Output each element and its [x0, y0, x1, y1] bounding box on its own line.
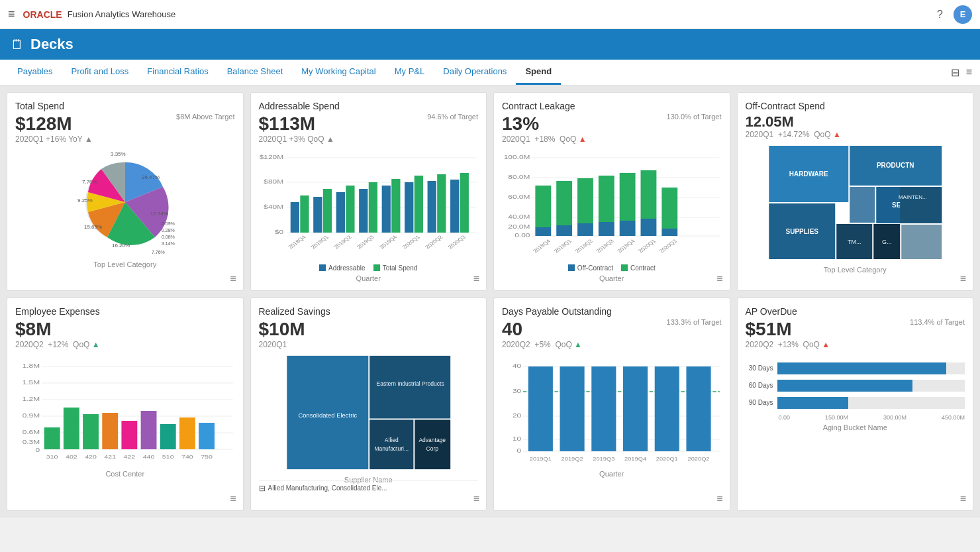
svg-rect-30	[381, 186, 390, 233]
svg-text:40: 40	[513, 362, 521, 368]
svg-rect-27	[346, 186, 354, 233]
svg-text:1.2M: 1.2M	[23, 395, 40, 402]
days-payable-footer[interactable]: ≡	[716, 493, 722, 505]
contract-leakage-target: 130.0% of Target	[667, 113, 722, 121]
total-spend-pie: 26.47% 17.74% 16.20% 15.65% 9.25% 7.76% …	[15, 149, 235, 255]
svg-text:0: 0	[517, 447, 522, 453]
svg-rect-64	[599, 176, 614, 222]
svg-text:40.0M: 40.0M	[508, 213, 530, 219]
employee-expenses-axis: Cost Center	[15, 470, 235, 478]
svg-text:1.8M: 1.8M	[23, 362, 40, 368]
svg-text:2020Q2: 2020Q2	[424, 235, 444, 250]
svg-text:2020Q1: 2020Q1	[637, 239, 658, 254]
ap-overdue-axis: Aging Bucket Name	[746, 423, 965, 431]
hamburger-icon[interactable]: ≡	[966, 66, 972, 78]
svg-text:0.6M: 0.6M	[23, 428, 40, 435]
addressable-legend: Addressable Total Spend	[259, 264, 479, 272]
svg-text:Consolidated Electric: Consolidated Electric	[298, 411, 357, 418]
svg-rect-132	[415, 419, 450, 469]
hbar-60days-label: 60 Days	[746, 382, 773, 389]
ap-x-300: 300.00M	[883, 414, 906, 421]
svg-rect-67	[641, 219, 657, 236]
employee-expenses-footer[interactable]: ≡	[230, 493, 236, 505]
svg-text:2019Q3: 2019Q3	[595, 239, 616, 254]
off-contract-sub: 2020Q1 +14.72% QoQ ▲	[746, 130, 965, 139]
tab-spend[interactable]: Spend	[516, 60, 561, 85]
hbar-90days-fill	[777, 397, 849, 409]
off-contract-footer[interactable]: ≡	[960, 273, 966, 285]
svg-text:1.5M: 1.5M	[23, 378, 40, 385]
addressable-legend-label1: Addressable	[328, 264, 366, 272]
total-spend-title: Total Spend	[15, 101, 235, 111]
svg-rect-69	[662, 229, 677, 236]
addressable-spend-title: Addressable Spend	[259, 101, 479, 111]
days-payable-title: Days Payable Outstanding	[502, 306, 722, 317]
svg-text:20.0M: 20.0M	[508, 223, 530, 229]
ap-x-450: 450.00M	[942, 414, 965, 421]
svg-rect-57	[535, 227, 551, 236]
svg-rect-63	[599, 222, 614, 236]
filter-icon[interactable]: ⊟	[951, 66, 959, 79]
svg-rect-61	[577, 223, 593, 236]
svg-text:2019Q3: 2019Q3	[355, 235, 375, 250]
svg-text:7.76%: 7.76%	[152, 250, 165, 254]
ap-overdue-footer[interactable]: ≡	[960, 493, 966, 505]
svg-text:402: 402	[66, 453, 77, 459]
tab-payables[interactable]: Payables	[8, 60, 62, 85]
page-title: Decks	[30, 36, 74, 53]
user-avatar[interactable]: E	[954, 5, 972, 24]
contract-leakage-legend2: Contract	[630, 264, 656, 272]
svg-rect-148	[591, 366, 616, 451]
svg-rect-129	[369, 419, 413, 469]
off-contract-value: 12.05M	[746, 114, 965, 130]
contract-leakage-footer[interactable]: ≡	[716, 273, 722, 285]
svg-text:100.0M: 100.0M	[504, 153, 530, 160]
ap-x-150: 150.00M	[825, 414, 848, 421]
tab-financial-ratios[interactable]: Financial Ratios	[138, 60, 218, 85]
svg-rect-62	[577, 178, 593, 223]
days-payable-target: 133.3% of Target	[667, 318, 722, 326]
svg-text:2019Q4: 2019Q4	[616, 239, 636, 254]
svg-text:3.14%: 3.14%	[162, 241, 175, 246]
total-spend-footer[interactable]: ≡	[230, 273, 236, 285]
tab-profit-loss[interactable]: Profit and Loss	[62, 60, 138, 85]
svg-text:17.74%: 17.74%	[150, 211, 168, 217]
svg-text:Advantage: Advantage	[418, 437, 446, 443]
svg-rect-37	[460, 173, 468, 233]
svg-text:G...: G...	[881, 239, 891, 245]
svg-rect-35	[437, 174, 446, 233]
svg-rect-28	[359, 189, 368, 233]
help-icon[interactable]: ?	[937, 9, 943, 21]
addressable-spend-footer[interactable]: ≡	[473, 273, 479, 285]
employee-expenses-title: Employee Expenses	[15, 306, 235, 317]
svg-text:16.20%: 16.20%	[112, 243, 130, 248]
svg-text:2018Q4: 2018Q4	[532, 239, 552, 254]
svg-text:$0: $0	[274, 228, 283, 235]
svg-rect-110	[102, 413, 118, 449]
realized-savings-sub: 2020Q1	[259, 340, 479, 349]
svg-rect-68	[641, 170, 657, 219]
svg-text:2019Q2: 2019Q2	[574, 239, 595, 254]
svg-rect-149	[623, 366, 648, 451]
menu-icon[interactable]: ≡	[8, 7, 15, 21]
contract-leakage-legend: Off-Contract Contract	[502, 264, 722, 272]
realized-savings-filter-text: Allied Manufacturing, Consolidated Ele..…	[268, 484, 387, 492]
card-total-spend: Total Spend $128M 2020Q1 +16% YoY ▲ $8M …	[7, 92, 244, 291]
svg-rect-22	[290, 202, 299, 233]
svg-text:Allied: Allied	[384, 437, 398, 443]
tab-my-pl[interactable]: My P&L	[385, 60, 434, 85]
svg-text:2019Q1: 2019Q1	[553, 239, 573, 254]
hbar-60days: 60 Days	[746, 380, 965, 392]
realized-savings-footer[interactable]: ≡	[473, 493, 479, 505]
addressable-legend-label2: Total Spend	[383, 264, 418, 272]
svg-text:30: 30	[513, 387, 521, 394]
tab-daily-operations[interactable]: Daily Operations	[434, 60, 516, 85]
card-contract-leakage: Contract Leakage 13% 2020Q1 +18% QoQ ▲ 1…	[493, 92, 730, 291]
ap-x-0: 0.00	[779, 414, 791, 421]
card-addressable-spend: Addressable Spend $113M 2020Q1 +3% QoQ ▲…	[250, 92, 487, 291]
svg-text:15.65%: 15.65%	[84, 224, 102, 230]
svg-text:Eastern Industrial Products: Eastern Industrial Products	[376, 380, 444, 387]
tab-my-working-capital[interactable]: My Working Capital	[292, 60, 385, 85]
tab-balance-sheet[interactable]: Balance Sheet	[218, 60, 293, 85]
svg-text:2020Q1: 2020Q1	[401, 235, 421, 250]
